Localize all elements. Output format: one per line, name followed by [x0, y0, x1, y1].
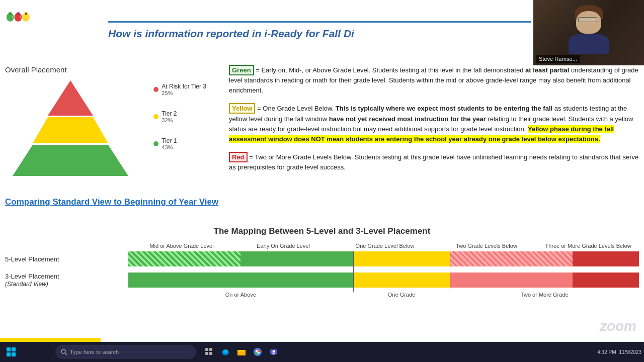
mapping-headers: Mid or Above Grade Level Early On Grade … [5, 242, 639, 249]
tier3-dot [153, 87, 158, 92]
svg-rect-23 [205, 352, 208, 355]
svg-point-9 [25, 13, 27, 15]
pyramid-area: At Risk for Tier 3 25% Tier 2 32% Tier 1… [5, 78, 206, 189]
overall-placement-label: Overall Placement [5, 65, 226, 74]
svg-rect-24 [209, 352, 212, 355]
svg-rect-28 [237, 350, 241, 351]
windows-icon [7, 347, 16, 356]
five-level-label: 5-Level Placement [5, 255, 128, 263]
bar-yellow [353, 251, 450, 266]
legend-item-tier3: At Risk for Tier 3 25% [153, 83, 206, 96]
svg-rect-16 [12, 347, 16, 351]
bottom-label-two-more: Two or More Grade [450, 292, 639, 298]
mapping-section: The Mapping Between 5-Level and 3-Level … [5, 226, 639, 298]
green-definition: Green = Early on, Mid-, or Above Grade L… [229, 65, 639, 96]
placement-pyramid [5, 78, 136, 178]
explorer-icon[interactable] [235, 345, 248, 358]
teams-icon[interactable] [267, 345, 280, 358]
bar-green-solid [240, 251, 353, 266]
tier2-dot [153, 114, 158, 119]
red-definition: Red = Two or More Grade Levels Below. St… [229, 152, 639, 172]
red-label: Red [229, 152, 248, 162]
green-label: Green [229, 65, 254, 75]
bar3-red [450, 273, 573, 288]
video-feed: Steve Harriso... [533, 0, 644, 65]
bar-red-dark [573, 251, 639, 266]
three-level-row: 3-Level Placement (Standard View) [5, 273, 639, 288]
yellow-text-intro: = One Grade Level Below. [257, 105, 336, 112]
svg-point-1 [10, 13, 11, 15]
yellow-bold2: have not yet received most instruction f… [329, 115, 486, 123]
bottom-accent-bar [0, 338, 101, 342]
tier2-pct: 32% [162, 117, 177, 123]
search-icon [60, 348, 67, 355]
bottom-labels: On or Above One Grade Two or More Grade [5, 292, 639, 298]
green-text: = Early on, Mid-, or Above Grade Level. … [229, 66, 638, 94]
bar3-green [128, 273, 353, 288]
definitions-section: Green = Early on, Mid-, or Above Grade L… [229, 65, 639, 180]
taskbar-search-box[interactable]: Type here to search [55, 345, 196, 359]
presenter-name: Steve Harriso... [536, 55, 580, 63]
chrome-icon[interactable] [251, 345, 264, 358]
left-section: Overall Placement At Risk for Tier 3 25% [5, 65, 226, 208]
yellow-label: Yellow [229, 103, 255, 114]
mapping-title: The Mapping Between 5-Level and 3-Level … [5, 226, 639, 236]
five-level-row: 5-Level Placement [5, 251, 639, 266]
logo-area [5, 3, 106, 53]
header-one-below: One Grade Level Below [334, 242, 436, 249]
bar3-darkred [573, 273, 639, 288]
red-text: = Two or More Grade Levels Below. Studen… [229, 153, 638, 171]
five-level-bar [128, 251, 639, 266]
bar3-yellow [353, 273, 450, 288]
bar-red-light [450, 251, 573, 266]
divider-3 [353, 255, 354, 292]
legend-item-tier1: Tier 1 43% [153, 137, 206, 150]
task-view-icon[interactable] [203, 345, 216, 358]
system-tray: 4:32 PM 11/9/2023 [597, 349, 641, 355]
bottom-label-on-above: On or Above [128, 292, 353, 298]
three-level-bar [128, 273, 639, 288]
tier3-label: At Risk for Tier 3 [162, 83, 206, 90]
svg-rect-21 [205, 348, 208, 351]
yellow-bold1: This is typically where we expect most s… [336, 105, 552, 112]
divider-4 [450, 255, 450, 292]
svg-point-19 [61, 349, 65, 353]
taskbar: Type here to search [0, 342, 644, 362]
top-divider [108, 21, 531, 23]
zoom-watermark: zoom [600, 318, 636, 334]
search-placeholder: Type here to search [70, 349, 119, 355]
svg-line-20 [65, 353, 67, 355]
pyramid-legend: At Risk for Tier 3 25% Tier 2 32% Tier 1… [153, 83, 206, 150]
header-two-below: Two Grade Levels Below [436, 242, 537, 249]
three-level-sublabel: (Standard View) [5, 281, 48, 288]
svg-marker-13 [33, 117, 108, 143]
header-three-below: Three or More Grade Levels Below [537, 242, 639, 249]
header-early-on: Early On Grade Level [232, 242, 334, 249]
tier1-label: Tier 1 [162, 137, 177, 144]
svg-marker-12 [48, 80, 93, 116]
svg-point-5 [17, 13, 19, 15]
start-button[interactable] [3, 344, 53, 360]
svg-rect-33 [272, 353, 275, 354]
tier2-label: Tier 2 [162, 110, 177, 117]
svg-rect-17 [7, 352, 11, 356]
tray-time: 4:32 PM [597, 349, 616, 355]
tier1-pct: 43% [162, 144, 177, 150]
legend-item-tier2: Tier 2 32% [153, 110, 206, 123]
edge-icon[interactable] [219, 345, 232, 358]
svg-marker-14 [13, 145, 128, 176]
three-level-label: 3-Level Placement (Standard View) [5, 273, 128, 288]
tier3-pct: 25% [162, 90, 206, 96]
yellow-definition: Yellow = One Grade Level Below. This is … [229, 104, 639, 144]
svg-rect-15 [7, 347, 11, 351]
svg-point-32 [273, 350, 275, 353]
taskbar-apps [203, 345, 280, 358]
bar-green-hatch [128, 251, 240, 266]
tier1-dot [153, 141, 158, 146]
svg-rect-27 [237, 351, 246, 355]
header-title: How is information reported in i-Ready f… [108, 28, 531, 40]
svg-rect-18 [12, 352, 16, 356]
comparing-link[interactable]: Comparing Standard View to Beginning of … [5, 196, 226, 208]
svg-rect-22 [209, 348, 212, 351]
tray-date: 11/9/2023 [619, 349, 642, 355]
